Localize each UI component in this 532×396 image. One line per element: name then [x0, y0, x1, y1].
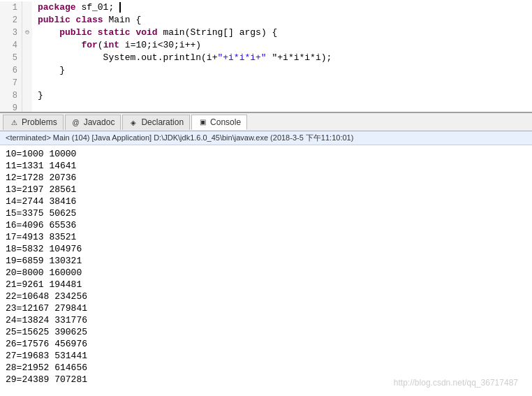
- console-line: 24=13824 331776: [6, 314, 526, 326]
- console-line: 26=17576 456976: [6, 338, 526, 350]
- console-line: 19=6859 130321: [6, 255, 526, 267]
- line-gutter: [22, 1, 32, 14]
- line-gutter: [22, 89, 32, 102]
- javadoc-icon: @: [71, 117, 81, 127]
- problems-icon: ⚠: [9, 117, 19, 127]
- console-line: 17=4913 83521: [6, 231, 526, 243]
- console-line: 14=2744 38416: [6, 196, 526, 207]
- bottom-section: ⚠Problems@Javadoc◈Declaration▣Console <t…: [0, 113, 532, 396]
- line-gutter: [22, 102, 32, 113]
- console-output[interactable]: 10=1000 1000011=1331 1464112=1728 207361…: [0, 145, 532, 396]
- console-line: 16=4096 65536: [6, 219, 526, 231]
- editor-area: 1package sf_01; 2public class Main {3⊖ p…: [0, 0, 532, 113]
- code-line: 8}: [0, 89, 532, 102]
- console-line: 21=9261 194481: [6, 279, 526, 291]
- code-content[interactable]: System.out.println(i+"+i*i*i+" "+i*i*i*i…: [32, 52, 532, 64]
- code-line: 2public class Main {: [0, 14, 532, 27]
- console-line: 10=1000 10000: [6, 148, 526, 160]
- tab-label-javadoc: Javadoc: [84, 117, 115, 127]
- line-number: 7: [0, 77, 22, 89]
- tab-label-declaration: Declaration: [141, 117, 184, 127]
- line-number: 2: [0, 14, 22, 27]
- code-content[interactable]: [32, 77, 532, 89]
- console-line: 23=12167 279841: [6, 302, 526, 314]
- code-line: 4 for(int i=10;i<30;i++): [0, 39, 532, 52]
- tab-label-problems: Problems: [22, 117, 57, 127]
- console-line: 18=5832 104976: [6, 243, 526, 255]
- code-content[interactable]: public static void main(String[] args) {: [32, 27, 532, 39]
- tab-javadoc[interactable]: @Javadoc: [65, 115, 121, 130]
- console-line: 11=1331 14641: [6, 160, 526, 172]
- console-header: <terminated> Main (104) [Java Applicatio…: [0, 131, 532, 145]
- main-layout: 1package sf_01; 2public class Main {3⊖ p…: [0, 0, 532, 396]
- code-line: 7: [0, 77, 532, 89]
- console-icon: ▣: [198, 117, 207, 127]
- line-gutter: [22, 14, 32, 27]
- console-line: 25=15625 390625: [6, 326, 526, 338]
- code-content[interactable]: }: [32, 64, 532, 77]
- code-line: 5 System.out.println(i+"+i*i*i+" "+i*i*i…: [0, 52, 532, 64]
- line-number: 4: [0, 39, 22, 52]
- line-number: 5: [0, 52, 22, 64]
- line-gutter: [22, 39, 32, 52]
- code-content[interactable]: package sf_01;: [32, 1, 532, 14]
- console-line: 28=21952 614656: [6, 362, 526, 374]
- line-gutter: [22, 64, 32, 77]
- console-line: 12=1728 20736: [6, 172, 526, 184]
- line-gutter: [22, 52, 32, 64]
- console-line: 20=8000 160000: [6, 267, 526, 279]
- code-content[interactable]: [32, 102, 532, 113]
- line-number: 9: [0, 102, 22, 113]
- line-number: 3: [0, 27, 22, 39]
- code-content[interactable]: public class Main {: [32, 14, 532, 27]
- console-line: 15=3375 50625: [6, 207, 526, 219]
- code-line: 1package sf_01;: [0, 1, 532, 14]
- code-content[interactable]: for(int i=10;i<30;i++): [32, 39, 532, 52]
- code-content[interactable]: }: [32, 89, 532, 102]
- console-line: 22=10648 234256: [6, 291, 526, 302]
- console-line: 29=24389 707281: [6, 374, 526, 386]
- code-lines: 1package sf_01; 2public class Main {3⊖ p…: [0, 0, 532, 113]
- tab-problems[interactable]: ⚠Problems: [3, 115, 64, 130]
- console-area: <terminated> Main (104) [Java Applicatio…: [0, 131, 532, 396]
- code-line: 6 }: [0, 64, 532, 77]
- console-line: 27=19683 531441: [6, 350, 526, 362]
- line-number: 6: [0, 64, 22, 77]
- line-number: 1: [0, 1, 22, 14]
- line-gutter: [22, 77, 32, 89]
- tab-declaration[interactable]: ◈Declaration: [122, 115, 190, 130]
- code-line: 3⊖ public static void main(String[] args…: [0, 27, 532, 39]
- tab-bar: ⚠Problems@Javadoc◈Declaration▣Console: [0, 113, 532, 131]
- tab-label-console: Console: [210, 117, 241, 127]
- code-line: 9: [0, 102, 532, 113]
- declaration-icon: ◈: [128, 117, 138, 127]
- line-gutter: ⊖: [22, 27, 32, 39]
- tab-console[interactable]: ▣Console: [191, 115, 247, 130]
- line-number: 8: [0, 89, 22, 102]
- console-line: 13=2197 28561: [6, 184, 526, 196]
